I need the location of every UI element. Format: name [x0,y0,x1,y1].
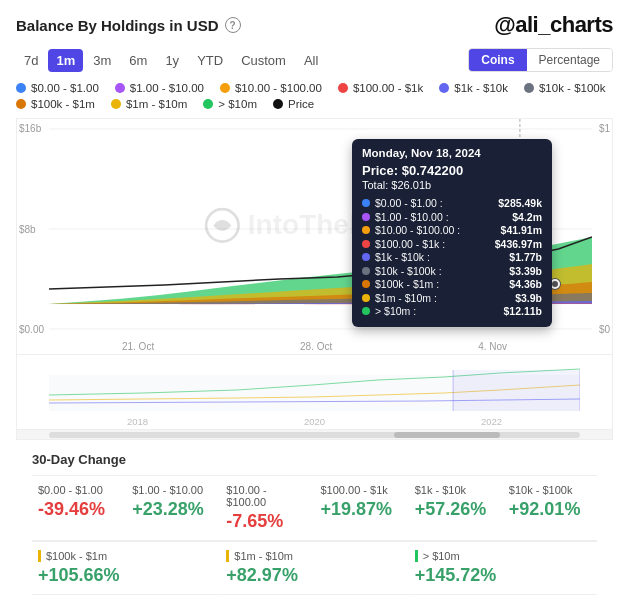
tooltip-row-label-7: $1m - $10m : [375,292,510,304]
header: Balance By Holdings in USD ? @ali_charts [16,12,613,38]
time-btn-ytd[interactable]: YTD [189,49,231,72]
legend-label-7: $1m - $10m [126,98,187,110]
change-section: 30-Day Change $0.00 - $1.00 -39.46% $1.0… [16,440,613,595]
tooltip-row-1: $1.00 - $10.00 : $4.2m [362,211,542,223]
tooltip-rows: $0.00 - $1.00 : $285.49k $1.00 - $10.00 … [362,197,542,317]
tooltip-row-dot-3 [362,240,370,248]
legend-item-7: $1m - $10m [111,98,187,110]
change-range-1: $1.00 - $10.00 [132,484,213,496]
legend-label-0: $0.00 - $1.00 [31,82,99,94]
tooltip-price-label: Price: [362,163,398,178]
view-btn-coins[interactable]: Coins [469,49,526,71]
legend-dot-7 [111,99,121,109]
change-cell-2: $10.00 - $100.00 -7.65% [220,476,314,541]
legend-label-1: $1.00 - $10.00 [130,82,204,94]
tooltip-total-value: $26.01b [391,179,431,191]
brand: @ali_charts [494,12,613,38]
change-cell-5: $10k - $100k +92.01% [503,476,597,541]
tooltip-row-dot-6 [362,280,370,288]
legend-dot-4 [439,83,449,93]
change-range-5: $10k - $100k [509,484,591,496]
time-btn-7d[interactable]: 7d [16,49,46,72]
tooltip-row-value-3: $436.97m [495,238,542,250]
tooltip-row-6: $100k - $1m : $4.36b [362,278,542,290]
tooltip-price-line: Price: $0.742200 [362,163,542,178]
legend-dot-5 [524,83,534,93]
change-value2-1: +82.97% [226,565,401,586]
y-right-bot: $0 [599,324,610,335]
change-grid-1: $0.00 - $1.00 -39.46% $1.00 - $10.00 +23… [32,475,597,541]
x-axis: 21. Oct 28. Oct 4. Nov [17,339,612,354]
main-container: Balance By Holdings in USD ? @ali_charts… [0,0,629,607]
tooltip-row-3: $100.00 - $1k : $436.97m [362,238,542,250]
change-value-5: +92.01% [509,499,591,520]
tooltip-row-5: $10k - $100k : $3.39b [362,265,542,277]
mini-x-label-0: 2018 [127,416,148,427]
tooltip-row-value-6: $4.36b [509,278,542,290]
tooltip-row-8: > $10m : $12.11b [362,305,542,317]
change-value-0: -39.46% [38,499,119,520]
main-chart-area[interactable]: $16b $8b $0.00 $1 $0 [17,119,612,339]
time-range-buttons: 7d 1m 3m 6m 1y YTD Custom All [16,49,326,72]
info-icon[interactable]: ? [225,17,241,33]
change-cell2-0: $100k - $1m +105.66% [32,542,220,595]
y-label-top: $16b [19,123,47,134]
tooltip-row-label-0: $0.00 - $1.00 : [375,197,493,209]
change-range2-2: > $10m [415,550,591,562]
change-cell-0: $0.00 - $1.00 -39.46% [32,476,126,541]
tooltip-row-label-6: $100k - $1m : [375,278,504,290]
mini-x-label-1: 2020 [304,416,325,427]
change-range-3: $100.00 - $1k [320,484,401,496]
tooltip-row-dot-0 [362,199,370,207]
tooltip-row-value-7: $3.9b [515,292,542,304]
tooltip-price-value: $0.742200 [402,163,463,178]
tooltip-row-label-5: $10k - $100k : [375,265,504,277]
change-range-2: $10.00 - $100.00 [226,484,307,508]
legend-item-8: > $10m [203,98,257,110]
view-toggle: Coins Percentage [468,48,613,72]
change-value2-0: +105.66% [38,565,213,586]
tooltip-row-0: $0.00 - $1.00 : $285.49k [362,197,542,209]
legend-item-5: $10k - $100k [524,82,606,94]
scroll-bar-wrap[interactable] [17,429,612,439]
time-btn-1m[interactable]: 1m [48,49,83,72]
legend-dot-0 [16,83,26,93]
chart-tooltip: Monday, Nov 18, 2024 Price: $0.742200 To… [352,139,552,327]
change-range2-0: $100k - $1m [38,550,213,562]
change-grid-2: $100k - $1m +105.66% $1m - $10m +82.97% … [32,541,597,595]
tooltip-row-label-4: $1k - $10k : [375,251,504,263]
legend-item-1: $1.00 - $10.00 [115,82,204,94]
controls-bar: 7d 1m 3m 6m 1y YTD Custom All Coins Perc… [16,48,613,72]
legend-label-3: $100.00 - $1k [353,82,423,94]
x-label-2: 4. Nov [478,341,507,352]
time-btn-3m[interactable]: 3m [85,49,119,72]
tooltip-row-dot-5 [362,267,370,275]
tooltip-row-4: $1k - $10k : $1.77b [362,251,542,263]
change-value-4: +57.26% [415,499,496,520]
legend-label-2: $10.00 - $100.00 [235,82,322,94]
legend-item-2: $10.00 - $100.00 [220,82,322,94]
scroll-bar[interactable] [49,432,580,438]
chart-legend: $0.00 - $1.00 $1.00 - $10.00 $10.00 - $1… [16,82,613,110]
tooltip-row-label-8: > $10m : [375,305,498,317]
tooltip-row-7: $1m - $10m : $3.9b [362,292,542,304]
tooltip-row-label-1: $1.00 - $10.00 : [375,211,507,223]
change-cell2-2: > $10m +145.72% [409,542,597,595]
legend-label-4: $1k - $10k [454,82,508,94]
view-btn-percentage[interactable]: Percentage [527,49,612,71]
tooltip-row-value-0: $285.49k [498,197,542,209]
time-btn-1y[interactable]: 1y [157,49,187,72]
time-btn-custom[interactable]: Custom [233,49,294,72]
tooltip-total-line: Total: $26.01b [362,179,542,191]
tooltip-date: Monday, Nov 18, 2024 [362,147,542,159]
mini-chart[interactable] [17,354,612,414]
time-btn-all[interactable]: All [296,49,326,72]
scroll-thumb[interactable] [394,432,500,438]
chart-wrapper[interactable]: $16b $8b $0.00 $1 $0 [16,118,613,440]
change-cell-4: $1k - $10k +57.26% [409,476,503,541]
time-btn-6m[interactable]: 6m [121,49,155,72]
page-title: Balance By Holdings in USD ? [16,17,241,34]
change-value-2: -7.65% [226,511,307,532]
legend-item-price: Price [273,98,314,110]
legend-label-8: > $10m [218,98,257,110]
